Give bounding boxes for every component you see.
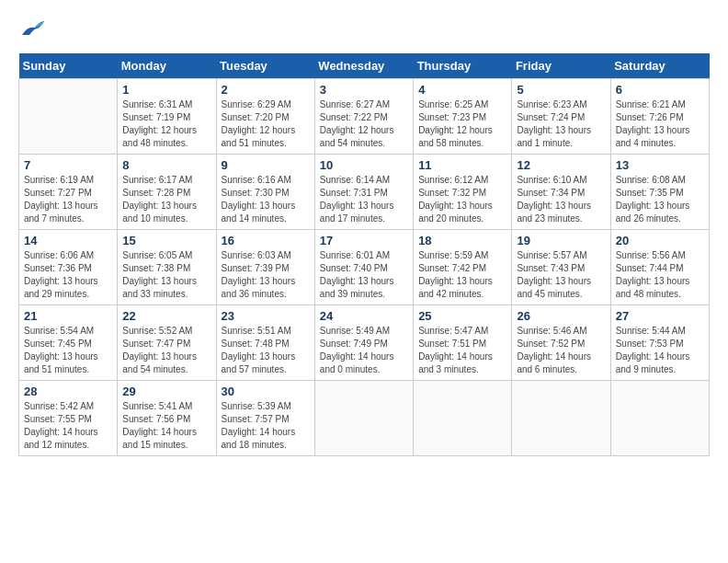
day-number: 6	[616, 83, 704, 97]
calendar-cell	[610, 381, 709, 456]
calendar-cell: 25Sunrise: 5:47 AMSunset: 7:51 PMDayligh…	[414, 305, 512, 381]
calendar-cell	[512, 381, 610, 456]
calendar-cell: 4Sunrise: 6:25 AMSunset: 7:23 PMDaylight…	[414, 79, 512, 155]
calendar-cell	[314, 381, 413, 456]
day-number: 9	[222, 158, 310, 172]
calendar-cell: 20Sunrise: 5:56 AMSunset: 7:44 PMDayligh…	[610, 230, 709, 305]
calendar-cell: 30Sunrise: 5:39 AMSunset: 7:57 PMDayligh…	[216, 381, 314, 456]
logo	[18, 18, 46, 39]
calendar-cell: 15Sunrise: 6:05 AMSunset: 7:38 PMDayligh…	[118, 230, 216, 305]
calendar-cell: 2Sunrise: 6:29 AMSunset: 7:20 PMDaylight…	[216, 79, 314, 155]
weekday-header: Thursday	[414, 53, 512, 79]
day-number: 18	[418, 234, 506, 247]
day-number: 7	[24, 158, 112, 172]
day-number: 11	[418, 158, 506, 172]
calendar-cell	[414, 381, 512, 456]
calendar-cell: 14Sunrise: 6:06 AMSunset: 7:36 PMDayligh…	[19, 230, 118, 305]
day-number: 24	[320, 309, 408, 323]
calendar-cell: 29Sunrise: 5:41 AMSunset: 7:56 PMDayligh…	[118, 381, 216, 456]
day-info: Sunrise: 6:25 AMSunset: 7:23 PMDaylight:…	[418, 98, 506, 150]
calendar-cell: 21Sunrise: 5:54 AMSunset: 7:45 PMDayligh…	[19, 305, 118, 381]
weekday-header: Sunday	[19, 53, 118, 79]
day-number: 2	[222, 83, 310, 97]
calendar-table: SundayMondayTuesdayWednesdayThursdayFrid…	[18, 53, 710, 456]
calendar-week-row: 21Sunrise: 5:54 AMSunset: 7:45 PMDayligh…	[19, 305, 710, 381]
calendar-cell: 9Sunrise: 6:16 AMSunset: 7:30 PMDaylight…	[216, 155, 314, 230]
day-number: 13	[616, 158, 704, 172]
day-number: 3	[320, 83, 408, 97]
calendar-cell: 12Sunrise: 6:10 AMSunset: 7:34 PMDayligh…	[512, 155, 610, 230]
calendar-cell: 17Sunrise: 6:01 AMSunset: 7:40 PMDayligh…	[314, 230, 413, 305]
weekday-header-row: SundayMondayTuesdayWednesdayThursdayFrid…	[19, 53, 710, 79]
day-info: Sunrise: 6:03 AMSunset: 7:39 PMDaylight:…	[222, 249, 310, 301]
day-number: 27	[616, 309, 704, 323]
calendar-cell: 24Sunrise: 5:49 AMSunset: 7:49 PMDayligh…	[314, 305, 413, 381]
day-info: Sunrise: 6:23 AMSunset: 7:24 PMDaylight:…	[517, 98, 605, 150]
day-info: Sunrise: 5:57 AMSunset: 7:43 PMDaylight:…	[517, 249, 605, 301]
day-info: Sunrise: 6:12 AMSunset: 7:32 PMDaylight:…	[418, 174, 506, 225]
day-info: Sunrise: 5:44 AMSunset: 7:53 PMDaylight:…	[616, 325, 704, 376]
calendar-cell: 11Sunrise: 6:12 AMSunset: 7:32 PMDayligh…	[414, 155, 512, 230]
day-number: 4	[418, 83, 506, 97]
weekday-header: Monday	[118, 53, 216, 79]
calendar-cell: 1Sunrise: 6:31 AMSunset: 7:19 PMDaylight…	[118, 79, 216, 155]
day-info: Sunrise: 5:52 AMSunset: 7:47 PMDaylight:…	[122, 325, 210, 376]
day-info: Sunrise: 6:14 AMSunset: 7:31 PMDaylight:…	[320, 174, 408, 225]
day-info: Sunrise: 6:16 AMSunset: 7:30 PMDaylight:…	[222, 174, 310, 225]
calendar-cell: 28Sunrise: 5:42 AMSunset: 7:55 PMDayligh…	[19, 381, 118, 456]
day-number: 15	[122, 234, 210, 247]
calendar-week-row: 7Sunrise: 6:19 AMSunset: 7:27 PMDaylight…	[19, 155, 710, 230]
weekday-header: Friday	[512, 53, 610, 79]
day-info: Sunrise: 6:21 AMSunset: 7:26 PMDaylight:…	[616, 98, 704, 150]
day-info: Sunrise: 6:08 AMSunset: 7:35 PMDaylight:…	[616, 174, 704, 225]
day-number: 25	[418, 309, 506, 323]
day-info: Sunrise: 5:51 AMSunset: 7:48 PMDaylight:…	[222, 325, 310, 376]
calendar-cell: 18Sunrise: 5:59 AMSunset: 7:42 PMDayligh…	[414, 230, 512, 305]
page-header	[18, 18, 710, 39]
calendar-cell: 3Sunrise: 6:27 AMSunset: 7:22 PMDaylight…	[314, 79, 413, 155]
day-info: Sunrise: 5:39 AMSunset: 7:57 PMDaylight:…	[222, 400, 310, 452]
calendar-cell: 8Sunrise: 6:17 AMSunset: 7:28 PMDaylight…	[118, 155, 216, 230]
day-info: Sunrise: 5:59 AMSunset: 7:42 PMDaylight:…	[418, 249, 506, 301]
logo-bird-icon	[20, 18, 46, 39]
day-number: 1	[122, 83, 210, 97]
calendar-cell: 13Sunrise: 6:08 AMSunset: 7:35 PMDayligh…	[610, 155, 709, 230]
day-info: Sunrise: 6:27 AMSunset: 7:22 PMDaylight:…	[320, 98, 408, 150]
calendar-cell: 10Sunrise: 6:14 AMSunset: 7:31 PMDayligh…	[314, 155, 413, 230]
day-info: Sunrise: 6:06 AMSunset: 7:36 PMDaylight:…	[24, 249, 112, 301]
day-info: Sunrise: 5:56 AMSunset: 7:44 PMDaylight:…	[616, 249, 704, 301]
day-number: 5	[517, 83, 605, 97]
day-info: Sunrise: 6:05 AMSunset: 7:38 PMDaylight:…	[122, 249, 210, 301]
calendar-cell: 19Sunrise: 5:57 AMSunset: 7:43 PMDayligh…	[512, 230, 610, 305]
calendar-cell: 6Sunrise: 6:21 AMSunset: 7:26 PMDaylight…	[610, 79, 709, 155]
calendar-cell: 23Sunrise: 5:51 AMSunset: 7:48 PMDayligh…	[216, 305, 314, 381]
day-number: 19	[517, 234, 605, 247]
day-number: 17	[320, 234, 408, 247]
day-number: 28	[24, 385, 112, 398]
day-number: 16	[222, 234, 310, 247]
weekday-header: Saturday	[610, 53, 709, 79]
day-info: Sunrise: 5:49 AMSunset: 7:49 PMDaylight:…	[320, 325, 408, 376]
day-number: 29	[122, 385, 210, 398]
calendar-cell: 22Sunrise: 5:52 AMSunset: 7:47 PMDayligh…	[118, 305, 216, 381]
day-info: Sunrise: 5:41 AMSunset: 7:56 PMDaylight:…	[122, 400, 210, 452]
calendar-week-row: 28Sunrise: 5:42 AMSunset: 7:55 PMDayligh…	[19, 381, 710, 456]
calendar-cell	[19, 79, 118, 155]
calendar-cell: 16Sunrise: 6:03 AMSunset: 7:39 PMDayligh…	[216, 230, 314, 305]
day-number: 10	[320, 158, 408, 172]
day-number: 26	[517, 309, 605, 323]
calendar-cell: 27Sunrise: 5:44 AMSunset: 7:53 PMDayligh…	[610, 305, 709, 381]
day-info: Sunrise: 5:47 AMSunset: 7:51 PMDaylight:…	[418, 325, 506, 376]
calendar-cell: 5Sunrise: 6:23 AMSunset: 7:24 PMDaylight…	[512, 79, 610, 155]
day-number: 30	[222, 385, 310, 398]
day-info: Sunrise: 5:46 AMSunset: 7:52 PMDaylight:…	[517, 325, 605, 376]
calendar-week-row: 1Sunrise: 6:31 AMSunset: 7:19 PMDaylight…	[19, 79, 710, 155]
calendar-cell: 26Sunrise: 5:46 AMSunset: 7:52 PMDayligh…	[512, 305, 610, 381]
day-number: 23	[222, 309, 310, 323]
weekday-header: Tuesday	[216, 53, 314, 79]
calendar-week-row: 14Sunrise: 6:06 AMSunset: 7:36 PMDayligh…	[19, 230, 710, 305]
day-info: Sunrise: 5:42 AMSunset: 7:55 PMDaylight:…	[24, 400, 112, 452]
day-info: Sunrise: 6:29 AMSunset: 7:20 PMDaylight:…	[222, 98, 310, 150]
day-number: 12	[517, 158, 605, 172]
day-info: Sunrise: 6:31 AMSunset: 7:19 PMDaylight:…	[122, 98, 210, 150]
